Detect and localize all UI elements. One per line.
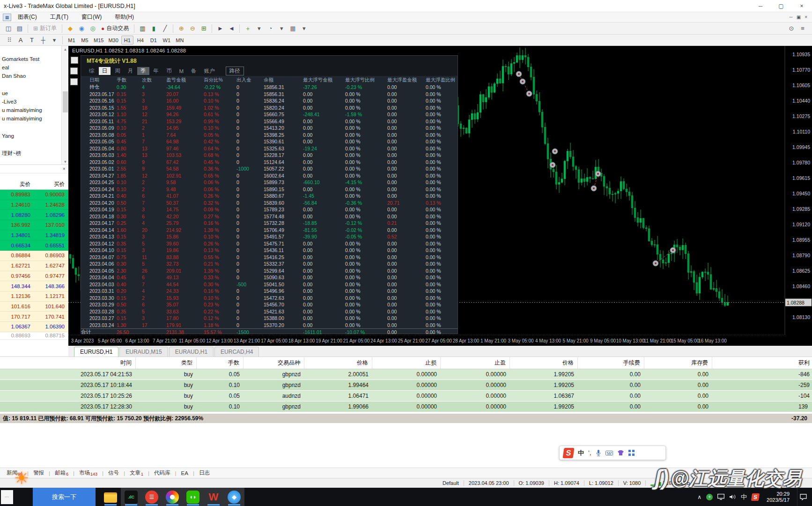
market-watch-row[interactable]: 0.974560.97477	[0, 271, 68, 282]
chart-tab-eurusdh1[interactable]: EURUSD,H1	[74, 347, 118, 357]
stats-tab-账户[interactable]: 账户	[201, 67, 218, 75]
market-watch-row[interactable]: 0.899830.90003	[0, 190, 68, 200]
sun-pinned-icon[interactable]: ☀	[14, 469, 29, 488]
panel-move-button[interactable]	[70, 67, 78, 74]
line-chart-icon[interactable]: ╱	[160, 24, 170, 33]
taskbar-clock[interactable]: 20:29 2023/5/17	[764, 491, 792, 503]
timeframe-m15[interactable]: M15	[92, 36, 105, 45]
stats-tab-季[interactable]: 季	[137, 67, 149, 75]
market-watch-row[interactable]: 1.348011.34819	[0, 231, 68, 241]
scroll-thumb[interactable]	[63, 91, 68, 112]
stats-tab-日[interactable]: 日	[99, 67, 111, 75]
menu-item-h[interactable]: 帮助(H)	[108, 12, 140, 22]
navigator-account-item[interactable]: ue	[0, 90, 68, 99]
timeframe-d1[interactable]: D1	[148, 36, 160, 45]
file-explorer-taskbar-button[interactable]	[100, 488, 121, 506]
minimize-button[interactable]: ─	[750, 0, 771, 12]
trade-row[interactable]: 2023.05.17 10:25:26buy0.05audnzd1.064710…	[0, 391, 812, 402]
taskbar-search-box[interactable]: 搜索一下	[33, 488, 96, 506]
more-icon[interactable]: ≡	[797, 24, 808, 33]
qq-taskbar-button[interactable]: ◆	[224, 488, 244, 506]
global-variables-icon[interactable]: ◉	[76, 24, 87, 33]
chart-shift-icon[interactable]: ◄	[226, 24, 236, 33]
navigator-account-item[interactable]: Gomarkets Test	[0, 56, 68, 65]
stats-tab-路径[interactable]: 路径	[226, 67, 244, 75]
auto-scroll-icon[interactable]: ►	[215, 24, 225, 33]
scroll-down-icon[interactable]: ▼	[62, 158, 68, 165]
stats-tab-周[interactable]: 周	[111, 67, 124, 75]
navigator-account-item[interactable]: u maimaitiyiming	[0, 107, 68, 116]
candle-chart-icon[interactable]: ▮	[148, 24, 159, 33]
menu-item-w[interactable]: 窗口(W)	[75, 12, 108, 22]
history-center-icon[interactable]: ◆	[65, 24, 75, 33]
stats-tab-M[interactable]: M	[176, 68, 187, 74]
terminal-tab-警报[interactable]: 警报	[31, 469, 46, 476]
terminal-tab-代码库[interactable]: 代码库	[152, 469, 172, 476]
zoom-out-icon[interactable]: ⊖	[187, 24, 198, 33]
terminal-tab-信号[interactable]: 信号	[106, 469, 121, 476]
market-watch-row[interactable]: 0.665340.66551	[0, 240, 68, 251]
volume-icon[interactable]	[729, 494, 736, 500]
panel-close-button[interactable]	[70, 78, 78, 85]
chinese-mode-icon[interactable]: 中	[578, 449, 584, 457]
market-watch-row[interactable]: 0.868840.86903	[0, 251, 68, 261]
skin-icon[interactable]	[617, 450, 624, 456]
market-watch-row[interactable]: 170.717170.741	[0, 312, 68, 322]
ic-markets-taskbar-button[interactable]: .ılC	[121, 488, 141, 506]
navigator-account-item[interactable]: -Live3	[0, 99, 68, 107]
menu-item-t[interactable]: 工具(T)	[44, 12, 75, 22]
timeframe-mn[interactable]: MN	[174, 36, 186, 45]
chart-tab-euraudh1[interactable]: EURAUD,H1	[169, 347, 214, 357]
market-watch-icon[interactable]: ◫	[3, 24, 14, 33]
dropdown-caret-icon[interactable]: ▾	[49, 36, 59, 45]
keyboard-icon[interactable]	[605, 450, 613, 456]
periods-icon[interactable]: ◔	[265, 24, 275, 33]
sogou-logo-icon[interactable]: S	[562, 448, 574, 458]
child-restore-icon[interactable]: ▣	[797, 15, 801, 20]
dropdown-caret-icon[interactable]: ▾	[254, 24, 264, 33]
red-app-taskbar-button[interactable]: ☰	[141, 488, 162, 506]
stats-tab-备[interactable]: 备	[188, 67, 200, 75]
stats-tab-综[interactable]: 综	[86, 67, 98, 75]
market-watch-row[interactable]: 1.627211.62747	[0, 261, 68, 271]
navigator-account-item[interactable]: 理财~榜	[0, 150, 68, 158]
stats-tab-月[interactable]: 月	[125, 67, 137, 75]
data-window-icon[interactable]: ▤	[15, 24, 25, 33]
tile-windows-icon[interactable]: ⊞	[199, 24, 209, 33]
market-watch-row[interactable]: 1.121361.12171	[0, 291, 68, 302]
child-close-icon[interactable]: ×	[805, 15, 807, 20]
market-watch-row[interactable]: 0.886930.88715	[0, 332, 68, 340]
terminal-tab-文章[interactable]: 文章1	[128, 469, 145, 476]
navigator-account-item[interactable]: Yang	[0, 133, 68, 141]
dropdown-caret-icon[interactable]: ▾	[299, 24, 309, 33]
timeframe-m1[interactable]: M1	[66, 36, 78, 45]
market-watch-row[interactable]: 1.246101.24628	[0, 200, 68, 210]
trade-row[interactable]: 2023.05.17 10:18:44buy0.10gbpnzd1.994640…	[0, 380, 812, 391]
shapes-icon[interactable]: ┼	[38, 36, 48, 45]
timeframe-m5[interactable]: M5	[79, 36, 91, 45]
browser-taskbar-button[interactable]	[162, 488, 183, 506]
scroll-up-icon[interactable]: ▲	[62, 46, 68, 52]
trade-row[interactable]: 2023.05.17 12:28:30buy0.10gbpnzd1.990660…	[0, 402, 812, 412]
timeframe-h1[interactable]: H1	[121, 36, 133, 45]
ask-column-header[interactable]: 买价	[34, 181, 68, 188]
close-icon[interactable]: ×	[63, 166, 66, 171]
market-watch-row[interactable]: 148.344148.366	[0, 281, 68, 291]
navigator-account-item[interactable]: eal	[0, 65, 68, 73]
navigator-account-item[interactable]: u maimaitiyiming	[0, 116, 68, 124]
display-icon[interactable]	[717, 494, 724, 500]
navigator-scrollbar[interactable]: ▲ ▼	[61, 46, 68, 165]
terminal-tab-ea[interactable]: EA	[179, 470, 190, 476]
tray-expand-icon[interactable]: ∧	[697, 494, 701, 500]
maximize-button[interactable]: ▢	[771, 0, 791, 12]
market-watch-row[interactable]: 136.992137.010	[0, 220, 68, 231]
indicators-icon[interactable]: ＋	[243, 24, 253, 33]
templates-icon[interactable]: ▦	[288, 24, 298, 33]
zoom-in-icon[interactable]: ⊕	[176, 24, 186, 33]
close-button[interactable]: ×	[791, 0, 812, 12]
chart-tab-euraudm15[interactable]: EURAUD,M15	[119, 347, 168, 357]
bar-chart-icon[interactable]: ▥	[137, 24, 148, 33]
bid-column-header[interactable]: 卖价	[0, 181, 34, 188]
market-watch-row[interactable]: 1.063671.06390	[0, 322, 68, 332]
chart-tab-eurcadh4[interactable]: EURCAD,H4	[214, 347, 259, 357]
